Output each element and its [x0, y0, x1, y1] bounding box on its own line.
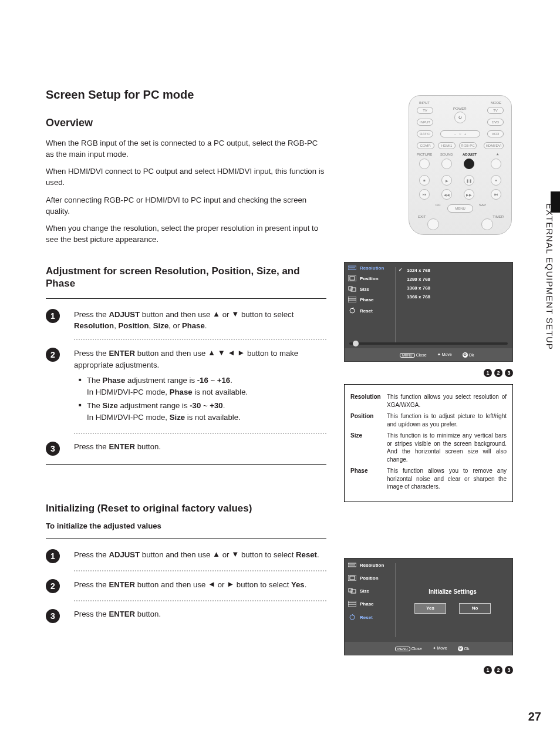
remote-label-power: POWER	[453, 107, 467, 110]
right-triangle-icon: ►	[237, 347, 245, 359]
adjust-heading: Adjustment for screen Resolution, Positi…	[46, 265, 326, 290]
remote-tv2-button: TV	[487, 107, 504, 114]
svg-rect-16	[348, 601, 356, 607]
remote-timer-button	[481, 218, 493, 230]
step-marker-2: 2	[46, 579, 60, 593]
osd2-nav-phase: Phase	[345, 597, 395, 610]
osd-option-1360: 1360 x 768	[399, 284, 507, 292]
remote-hdmi1-button: HDMI1	[438, 142, 456, 149]
thumb-index-mark	[551, 191, 560, 213]
osd2-nav-reset: Reset	[345, 610, 395, 624]
osd2-yes-button: Yes	[414, 603, 446, 614]
adjust-step-1: 1 Press the ADJUST button and then use ▲…	[46, 308, 326, 332]
init-heading: Initializing (Reset to original factory …	[46, 502, 326, 514]
osd-nav-reset: Reset	[345, 305, 395, 317]
def-size-key: Size	[350, 432, 383, 463]
remote-pause-button: ❚❚	[464, 175, 474, 186]
page-title: Screen Setup for PC mode	[46, 88, 326, 102]
page-number: 27	[528, 710, 541, 724]
osd-option-1366: 1366 x 768	[399, 292, 507, 301]
remote-sound-button	[441, 159, 452, 169]
init-step-1: 1 Press the ADJUST button and then use ▲…	[46, 549, 326, 563]
overview-p4: When you change the resolution, select t…	[46, 223, 326, 245]
def-phase-val: This function allows you to remove any h…	[387, 467, 507, 491]
dotted-divider	[74, 600, 326, 601]
svg-rect-3	[350, 277, 355, 280]
up-triangle-icon: ▲	[212, 308, 220, 320]
osd2-nav-size: Size	[345, 584, 395, 597]
init-step-2-text: Press the ENTER button and then use ◄ or…	[74, 578, 326, 593]
adjust-step-2-text: Press the ENTER button and then use ▲ ▼ …	[74, 347, 326, 426]
osd2-dialog-title: Initialize Settings	[429, 588, 477, 595]
remote-comp-button: COMP.	[417, 142, 434, 149]
down-triangle-icon: ▼	[231, 308, 239, 320]
remote-next-button: ⏭	[491, 189, 501, 200]
step-marker-1: 1	[46, 309, 60, 323]
def-position-val: This function is to adjust picture to le…	[387, 412, 507, 428]
remote-label-adjust: ADJUST	[463, 153, 477, 156]
step-ref-row-1: 123	[344, 366, 513, 377]
overview-p2: When HDMI/DVI connect to PC output and s…	[46, 166, 326, 188]
svg-rect-4	[349, 287, 352, 290]
remote-vcr-button: VCR	[487, 130, 504, 137]
osd-resolution-screenshot: Resolution Position Size Phase Reset 102…	[344, 262, 513, 362]
adjust-step-1-text: Press the ADJUST button and then use ▲ o…	[74, 308, 326, 332]
remote-label-input: INPUT	[419, 101, 430, 105]
remote-label-picture: PICTURE	[417, 153, 432, 156]
step-marker-3: 3	[46, 442, 60, 456]
osd-slider	[349, 342, 508, 345]
init-subhead: To initialize the adjusted values	[46, 521, 326, 530]
def-phase-key: Phase	[350, 467, 383, 491]
remote-ff-button: ▶▶	[464, 189, 474, 200]
section-rule	[46, 298, 326, 299]
down-triangle-icon: ▼	[231, 549, 239, 560]
def-size-val: This function is to minimize any vertica…	[387, 432, 507, 463]
remote-stop-button: ■	[419, 175, 430, 186]
remote-play-button: ▶	[441, 175, 452, 186]
osd2-nav-position: Position	[345, 571, 395, 584]
def-position-key: Position	[350, 412, 383, 428]
overview-p1: When the RGB input of the set is connect…	[46, 137, 326, 160]
remote-picture-button	[419, 159, 430, 169]
dotted-divider	[74, 433, 326, 434]
osd-nav-resolution: Resolution	[345, 263, 395, 273]
svg-rect-6	[348, 297, 356, 302]
osd2-footer: MENU Close ✦ Move ⦿Ok	[345, 642, 512, 655]
remote-menu-button: MENU	[447, 204, 473, 213]
dotted-divider	[74, 339, 326, 340]
remote-label-cc: CC	[436, 203, 441, 207]
step-ref-row-2: 123	[344, 664, 513, 674]
svg-rect-14	[349, 588, 352, 592]
remote-illustration: INPUT MODE POWER TV ⏻ TV INPUT DVD RATIO…	[409, 95, 512, 235]
side-tab: EXTERNAL EQUIPMENT SETUP	[539, 198, 560, 351]
svg-point-9	[350, 308, 355, 313]
overview-p3: After connecting RGB-PC or HDMI/DVI to P…	[46, 194, 326, 217]
remote-input-button: INPUT	[417, 119, 433, 126]
remote-label-mode: MODE	[491, 101, 501, 105]
osd2-no-button: No	[459, 603, 491, 614]
osd-reset-screenshot: Resolution Position Size Phase Reset Ini…	[344, 558, 513, 655]
osd-nav-size: Size	[345, 284, 395, 294]
osd-option-1280: 1280 x 768	[399, 275, 507, 284]
remote-hdmi2-button: HDMI/DVI	[484, 142, 504, 149]
left-triangle-icon: ◄	[208, 578, 215, 590]
adjust-step-3: 3 Press the ENTER button.	[46, 441, 326, 456]
remote-label-timer: TIMER	[492, 215, 504, 218]
init-step-2: 2 Press the ENTER button and then use ◄ …	[46, 578, 326, 593]
up-triangle-icon: ▲	[212, 549, 220, 560]
osd-nav-position: Position	[345, 273, 395, 284]
remote-vol-rocker: – ○ +	[440, 130, 480, 137]
step-marker-2: 2	[46, 348, 60, 362]
def-resolution-val: This function allows you select resoluti…	[387, 393, 507, 409]
remote-label-sap: SAP	[479, 203, 486, 207]
def-resolution-key: Resolution	[350, 393, 383, 409]
svg-rect-5	[351, 288, 356, 291]
remote-star-button	[491, 159, 501, 169]
init-step-1-text: Press the ADJUST button and then use ▲ o…	[74, 549, 326, 563]
init-step-3: 3 Press the ENTER button.	[46, 608, 326, 623]
svg-rect-13	[350, 576, 355, 580]
overview-heading: Overview	[46, 117, 326, 129]
section-rule	[46, 539, 326, 539]
remote-rew-button: ◀◀	[441, 189, 452, 200]
remote-adjust-button	[464, 159, 474, 169]
